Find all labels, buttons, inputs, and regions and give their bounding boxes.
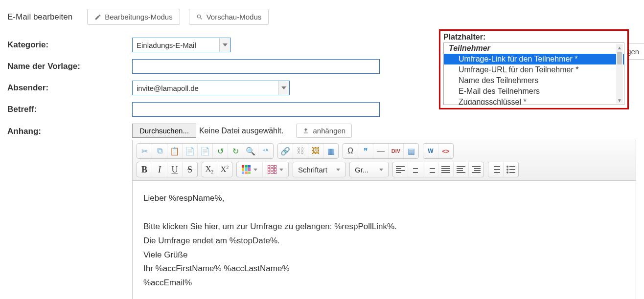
- preview-mode-label: Vorschau-Modus: [207, 13, 262, 21]
- hr-button[interactable]: —: [373, 144, 389, 158]
- chevron-down-icon: [278, 81, 289, 95]
- align-justify-button[interactable]: [438, 162, 454, 177]
- attach-button[interactable]: anhängen: [296, 124, 352, 138]
- paste-word-button[interactable]: 📄: [198, 144, 213, 158]
- paste-text-button[interactable]: 📄: [183, 144, 198, 158]
- file-status: Keine Datei ausgewählt.: [199, 127, 284, 135]
- chevron-down-icon: [219, 38, 230, 52]
- replace-button[interactable]: ᵃᵇ: [258, 144, 273, 158]
- body-line: Bitte klicken Sie hier, um zur Umfrage z…: [143, 220, 625, 234]
- ordered-list-button[interactable]: [488, 162, 504, 177]
- edit-mode-button[interactable]: Bearbeitungs-Modus: [87, 9, 180, 25]
- font-family-select[interactable]: Schriftart: [293, 162, 345, 177]
- edit-mode-label: Bearbeitungs-Modus: [105, 13, 172, 21]
- browse-button[interactable]: Durchsuchen...: [132, 124, 196, 138]
- text-color-button[interactable]: [237, 162, 263, 177]
- pencil-icon: [94, 14, 101, 21]
- page-title: E-Mail bearbeiten: [7, 12, 72, 22]
- placeholder-title: Platzhalter:: [443, 33, 624, 42]
- subject-label: Betreff:: [7, 105, 132, 114]
- cut-button[interactable]: ✂: [137, 144, 152, 158]
- body-line: Ihr %accFirstName% %accLastName%: [143, 262, 625, 276]
- find-button[interactable]: 🔍: [243, 144, 258, 158]
- scroll-thumb[interactable]: [617, 52, 622, 64]
- subject-input[interactable]: [132, 102, 380, 117]
- blockquote-button[interactable]: ❞: [358, 144, 373, 158]
- scroll-up-icon[interactable]: ▲: [616, 44, 623, 51]
- body-line: Die Umfrage endet am %stopDate%.: [143, 234, 625, 248]
- italic-button[interactable]: I: [152, 162, 167, 177]
- templates-button[interactable]: ▤: [404, 144, 418, 158]
- body-line: Lieber %respName%,: [143, 192, 625, 206]
- bold-button[interactable]: B: [137, 162, 152, 177]
- paste-word2-button[interactable]: W: [423, 144, 438, 158]
- font-size-select[interactable]: Gr...: [350, 162, 388, 177]
- editor-toolbar: ✂ ⧉ 📋 📄 📄 ↺ ↻ 🔍 ᵃᵇ 🔗: [133, 140, 636, 181]
- copy-button[interactable]: ⧉: [152, 144, 167, 158]
- category-value: Einladungs-E-Mail: [137, 41, 196, 49]
- template-name-input[interactable]: [132, 59, 380, 74]
- placeholder-item[interactable]: Name des Teilnehmers: [444, 75, 624, 86]
- paste-button[interactable]: 📋: [167, 144, 183, 158]
- subscript-button[interactable]: X2: [202, 162, 217, 177]
- align-right-button[interactable]: [423, 162, 438, 177]
- placeholder-listbox[interactable]: Teilnehmer Umfrage-Link für den Teilnehm…: [443, 43, 624, 105]
- source-button[interactable]: <>: [438, 144, 453, 158]
- top-bar: E-Mail bearbeiten Bearbeitungs-Modus Vor…: [7, 9, 637, 25]
- insert-table-button[interactable]: ▦: [323, 144, 338, 158]
- placeholder-item[interactable]: Zugangsschlüssel *: [444, 97, 624, 105]
- font-size-label: Gr...: [355, 166, 368, 174]
- sender-value: invite@lamapoll.de: [137, 84, 199, 92]
- placeholder-item[interactable]: Umfrage-Link für den Teilnehmer *: [444, 54, 624, 64]
- link-button[interactable]: 🔗: [278, 144, 293, 158]
- image-button[interactable]: 🖼: [308, 144, 323, 158]
- unordered-list-button[interactable]: [504, 162, 518, 177]
- placeholder-group: Teilnehmer: [444, 43, 624, 54]
- placeholder-item[interactable]: Umfrage-URL für den Teilnehmer *: [444, 64, 624, 75]
- underline-button[interactable]: U: [167, 162, 183, 177]
- attach-label: anhängen: [313, 127, 345, 135]
- wysiwyg-editor: ✂ ⧉ 📋 📄 📄 ↺ ↻ 🔍 ᵃᵇ 🔗: [132, 140, 636, 299]
- align-center-button[interactable]: [408, 162, 423, 177]
- placeholder-panel: Platzhalter: Teilnehmer Umfrage-Link für…: [439, 29, 629, 109]
- font-family-label: Schriftart: [298, 166, 327, 174]
- div-button[interactable]: DIV: [389, 144, 404, 158]
- body-line: %accEmail%: [143, 276, 625, 290]
- body-line: Viele Grüße: [143, 248, 625, 262]
- redo-button[interactable]: ↻: [228, 144, 243, 158]
- template-name-label: Name der Vorlage:: [7, 62, 132, 71]
- scrollbar[interactable]: ▲ ▼: [616, 44, 623, 104]
- outdent-button[interactable]: [454, 162, 469, 177]
- strike-button[interactable]: S: [183, 162, 197, 177]
- unlink-button[interactable]: ⛓: [293, 144, 308, 158]
- superscript-button[interactable]: X2: [217, 162, 232, 177]
- category-label: Kategorie:: [7, 40, 132, 50]
- placeholder-item[interactable]: E-Mail des Teilnehmers: [444, 86, 624, 97]
- category-select[interactable]: Einladungs-E-Mail: [132, 38, 231, 52]
- editor-body[interactable]: Lieber %respName%, Bitte klicken Sie hie…: [133, 181, 636, 299]
- magnifier-icon: [196, 14, 203, 21]
- upload-icon: [302, 128, 309, 134]
- sender-select[interactable]: invite@lamapoll.de: [132, 81, 290, 95]
- undo-button[interactable]: ↺: [213, 144, 228, 158]
- indent-button[interactable]: [469, 162, 483, 177]
- preview-mode-button[interactable]: Vorschau-Modus: [189, 9, 269, 25]
- scroll-down-icon[interactable]: ▼: [616, 97, 623, 104]
- special-char-button[interactable]: Ω: [343, 144, 358, 158]
- table-button[interactable]: [263, 162, 288, 177]
- align-left-button[interactable]: [393, 162, 408, 177]
- sender-label: Absender:: [7, 83, 132, 93]
- attachment-label: Anhang:: [7, 124, 132, 136]
